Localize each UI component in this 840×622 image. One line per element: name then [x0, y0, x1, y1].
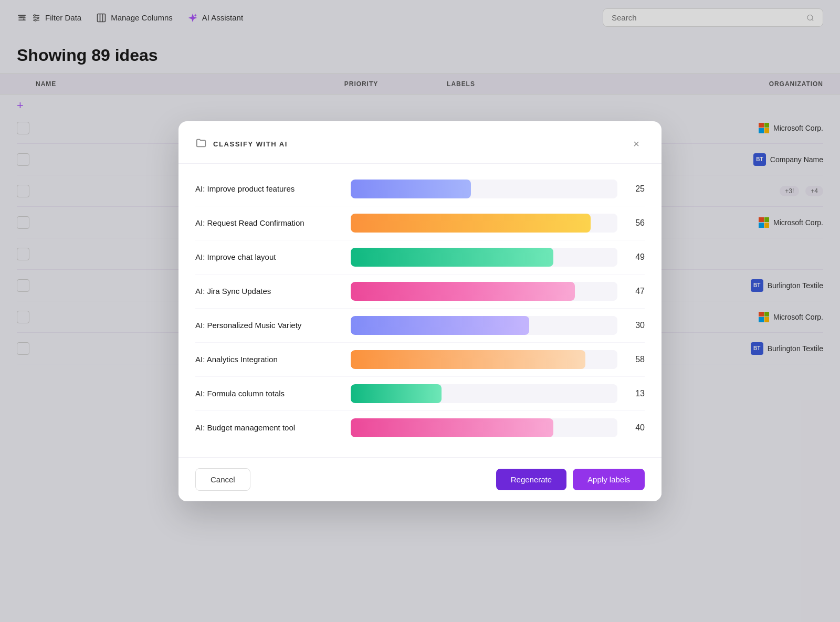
regenerate-button[interactable]: Regenerate	[496, 469, 566, 490]
bar-value: 40	[626, 423, 645, 433]
modal-title: CLASSIFY WITH AI	[213, 140, 288, 148]
bar-fill	[351, 418, 553, 437]
bar-fill	[351, 214, 591, 233]
bar-container	[351, 214, 617, 233]
bar-value: 30	[626, 321, 645, 330]
classify-label: AI: Request Read Confirmation	[195, 218, 342, 227]
bar-value: 56	[626, 218, 645, 228]
modal-close-button[interactable]: ×	[628, 136, 645, 153]
classify-label: AI: Analytics Integration	[195, 355, 342, 364]
classify-row: AI: Improve chat layout 49	[195, 240, 645, 275]
bar-fill	[351, 248, 553, 267]
modal-footer: Cancel Regenerate Apply labels	[178, 457, 662, 501]
bar-value: 13	[626, 389, 645, 398]
classify-label: AI: Jira Sync Updates	[195, 287, 342, 296]
apply-labels-button[interactable]: Apply labels	[573, 469, 645, 490]
classify-label: AI: Budget management tool	[195, 423, 342, 432]
bar-track	[351, 282, 617, 301]
bar-container	[351, 350, 617, 369]
modal-overlay[interactable]: CLASSIFY WITH AI × AI: Improve product f…	[0, 0, 840, 622]
bar-container	[351, 282, 617, 301]
classify-row: AI: Budget management tool 40	[195, 411, 645, 445]
classify-label: AI: Formula column totals	[195, 389, 342, 398]
folder-icon	[195, 137, 207, 151]
bar-container	[351, 316, 617, 335]
classify-row: AI: Formula column totals 13	[195, 377, 645, 411]
classify-label: AI: Improve product features	[195, 184, 342, 193]
bar-value: 58	[626, 355, 645, 364]
footer-actions: Regenerate Apply labels	[496, 469, 645, 490]
classify-row: AI: Jira Sync Updates 47	[195, 275, 645, 309]
bar-container	[351, 384, 617, 403]
modal-content: AI: Improve product features 25 AI: Requ…	[178, 164, 662, 457]
modal-header: CLASSIFY WITH AI ×	[178, 121, 662, 164]
bar-value: 49	[626, 252, 645, 262]
bar-track	[351, 316, 617, 335]
bar-fill	[351, 316, 529, 335]
bar-fill	[351, 180, 471, 198]
bar-track	[351, 350, 617, 369]
bar-container	[351, 180, 617, 198]
bar-fill	[351, 350, 585, 369]
classify-label: AI: Improve chat layout	[195, 252, 342, 261]
classify-row: AI: Improve product features 25	[195, 172, 645, 206]
bar-fill	[351, 384, 442, 403]
bar-track	[351, 384, 617, 403]
bar-track	[351, 248, 617, 267]
bar-container	[351, 248, 617, 267]
classify-row: AI: Request Read Confirmation 56	[195, 206, 645, 240]
classify-label: AI: Personalized Music Variety	[195, 321, 342, 330]
bar-value: 47	[626, 287, 645, 296]
cancel-button[interactable]: Cancel	[195, 468, 250, 491]
bar-value: 25	[626, 184, 645, 194]
bar-track	[351, 180, 617, 198]
bar-fill	[351, 282, 575, 301]
bar-track	[351, 214, 617, 233]
bar-container	[351, 418, 617, 437]
classify-row: AI: Personalized Music Variety 30	[195, 309, 645, 343]
modal-title-area: CLASSIFY WITH AI	[195, 137, 288, 151]
bar-track	[351, 418, 617, 437]
classify-row: AI: Analytics Integration 58	[195, 343, 645, 377]
classify-ai-modal: CLASSIFY WITH AI × AI: Improve product f…	[178, 121, 662, 501]
